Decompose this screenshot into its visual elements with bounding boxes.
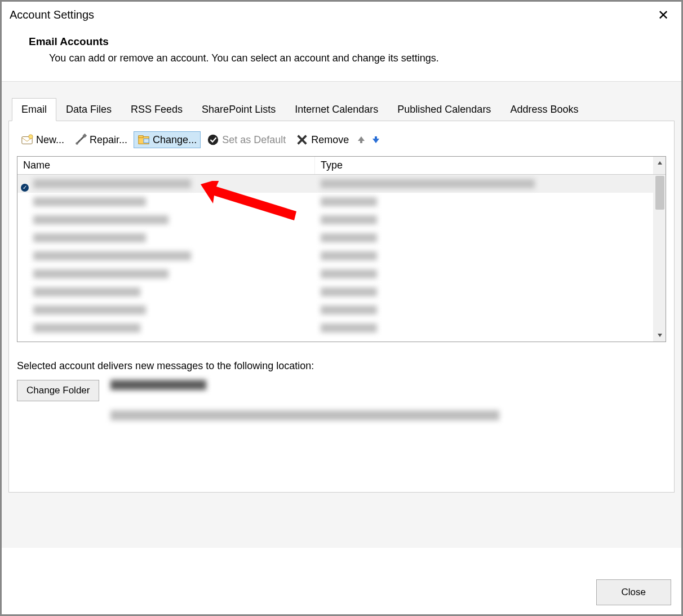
table-header: Name Type	[17, 157, 666, 175]
tab-sharepoint-lists[interactable]: SharePoint Lists	[192, 98, 285, 121]
set-default-button-label: Set as Default	[222, 134, 286, 146]
tab-panel-email: New... Repair... Change... Set as Defaul…	[8, 121, 675, 493]
new-button-label: New...	[36, 134, 64, 146]
close-icon[interactable]: ✕	[653, 6, 673, 24]
tab-published-calendars[interactable]: Published Calendars	[388, 98, 500, 121]
column-header-name[interactable]: Name	[17, 157, 315, 174]
account-type: (redacted)	[321, 251, 377, 260]
scroll-up-icon[interactable]	[654, 157, 666, 169]
remove-button-label: Remove	[311, 134, 349, 146]
change-button-label: Change...	[153, 134, 197, 146]
header-region: Email Accounts You can add or remove an …	[2, 24, 681, 82]
arrow-up-icon	[357, 135, 366, 144]
move-up-button[interactable]	[355, 133, 367, 147]
header-description: You can add or remove an account. You ca…	[49, 52, 673, 64]
footer: Close	[596, 579, 671, 605]
account-name: (redacted)	[33, 179, 191, 188]
account-type: (redacted)	[321, 215, 377, 224]
table-rows: ✓ (redacted) (redacted) (redacted) (reda…	[17, 175, 653, 342]
account-name: (redacted)	[33, 197, 146, 206]
table-row[interactable]: (redacted) (redacted)	[17, 301, 653, 319]
move-down-button[interactable]	[370, 133, 382, 147]
account-name: (redacted)	[33, 233, 146, 242]
scrollbar-thumb[interactable]	[655, 176, 664, 210]
account-name: (redacted)	[33, 251, 191, 260]
table-row[interactable]: (redacted) (redacted)	[17, 319, 653, 337]
check-circle-icon	[207, 134, 219, 146]
account-name: (redacted)	[33, 287, 140, 296]
window-title: Account Settings	[10, 8, 94, 21]
delivery-folder-path: (redacted)	[110, 410, 499, 420]
remove-x-icon	[296, 134, 308, 146]
tab-bar: Email Data Files RSS Feeds SharePoint Li…	[8, 98, 675, 121]
account-type: (redacted)	[321, 323, 377, 333]
close-button[interactable]: Close	[596, 579, 671, 605]
change-folder-button[interactable]: Change Folder	[17, 380, 99, 401]
change-button[interactable]: Change...	[134, 131, 201, 148]
account-type: (redacted)	[321, 269, 377, 278]
body-region: Email Data Files RSS Feeds SharePoint Li…	[2, 82, 681, 548]
column-header-type[interactable]: Type	[315, 157, 653, 174]
default-check-icon: ✓	[21, 184, 29, 192]
svg-point-8	[208, 135, 218, 145]
tab-internet-calendars[interactable]: Internet Calendars	[285, 98, 388, 121]
table-row[interactable]: (redacted) (redacted)	[17, 211, 653, 229]
tab-email[interactable]: Email	[12, 98, 56, 121]
account-name: (redacted)	[33, 215, 168, 224]
account-type: (redacted)	[321, 179, 535, 188]
svg-point-2	[29, 135, 33, 139]
svg-rect-7	[144, 139, 149, 143]
svg-point-3	[76, 142, 78, 145]
table-row[interactable]: (redacted) (redacted)	[17, 229, 653, 247]
account-type: (redacted)	[321, 305, 377, 314]
account-type: (redacted)	[321, 287, 377, 296]
tab-address-books[interactable]: Address Books	[500, 98, 588, 121]
repair-button-label: Repair...	[90, 134, 127, 146]
repair-button[interactable]: Repair...	[70, 131, 131, 148]
vertical-scrollbar[interactable]	[653, 175, 666, 342]
new-button[interactable]: New...	[17, 131, 68, 148]
toolbar: New... Repair... Change... Set as Defaul…	[17, 129, 666, 156]
title-bar: Account Settings ✕	[2, 2, 681, 24]
tab-data-files[interactable]: Data Files	[56, 98, 121, 121]
delivery-info: (redacted) (redacted)	[110, 380, 499, 428]
set-default-button[interactable]: Set as Default	[203, 131, 290, 148]
account-type: (redacted)	[321, 197, 377, 206]
change-folder-icon	[138, 134, 150, 146]
table-row[interactable]: (redacted) (redacted)	[17, 283, 653, 301]
arrow-down-icon	[371, 135, 380, 144]
header-heading: Email Accounts	[29, 36, 673, 48]
scroll-down-icon[interactable]	[654, 329, 666, 342]
account-name: (redacted)	[33, 305, 146, 314]
tools-icon	[74, 134, 87, 146]
delivery-intro: Selected account delivers new messages t…	[17, 360, 666, 372]
delivery-section: Selected account delivers new messages t…	[17, 360, 666, 428]
account-name: (redacted)	[33, 323, 140, 333]
account-name: (redacted)	[33, 269, 168, 278]
remove-button[interactable]: Remove	[292, 131, 353, 148]
account-type: (redacted)	[321, 233, 377, 242]
table-row[interactable]: (redacted) (redacted)	[17, 265, 653, 283]
new-mail-icon	[21, 134, 33, 146]
table-row[interactable]: (redacted) (redacted)	[17, 193, 653, 211]
accounts-table: Name Type ✓ (redacted) (redacted)	[17, 156, 666, 342]
svg-rect-6	[139, 136, 143, 138]
table-row[interactable]: ✓ (redacted) (redacted)	[17, 175, 653, 193]
tab-rss-feeds[interactable]: RSS Feeds	[121, 98, 192, 121]
delivery-folder-name: (redacted)	[110, 380, 206, 390]
table-row[interactable]: (redacted) (redacted)	[17, 247, 653, 265]
scroll-up-corner	[653, 157, 666, 174]
